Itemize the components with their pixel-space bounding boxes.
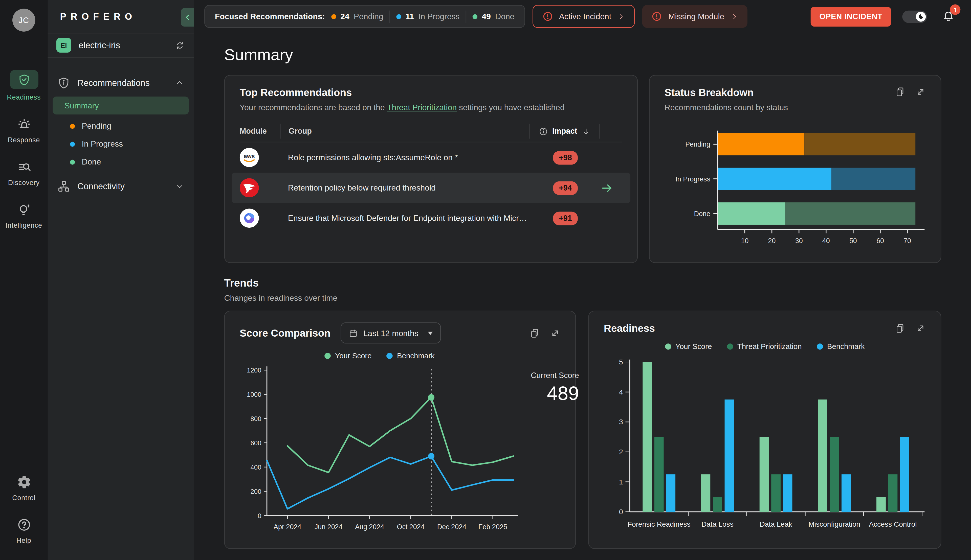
- svg-text:3: 3: [619, 418, 623, 426]
- moon-icon: [916, 12, 926, 21]
- microsoft-defender-icon: [240, 208, 281, 228]
- copy-icon[interactable]: [895, 323, 906, 333]
- focused-done[interactable]: 49 Done: [473, 12, 514, 21]
- crowdstrike-icon: [240, 178, 281, 197]
- divider: [389, 10, 390, 22]
- rail-item-label: Control: [12, 494, 35, 501]
- legend-benchmark: Benchmark: [817, 342, 864, 351]
- expand-icon[interactable]: [915, 323, 926, 333]
- copy-icon[interactable]: [895, 87, 906, 97]
- logo-row: PROFERO: [48, 0, 194, 33]
- sidebar-item-summary[interactable]: Summary: [53, 97, 189, 115]
- sidebar-item-in-progress[interactable]: In Progress: [48, 135, 194, 153]
- svg-text:Done: Done: [694, 210, 710, 218]
- expand-icon[interactable]: [915, 87, 926, 97]
- subtitle-text: settings you have established: [457, 103, 565, 112]
- current-score-value: 489: [520, 382, 579, 405]
- shield-info-icon: [58, 77, 70, 89]
- svg-text:10: 10: [741, 237, 749, 245]
- sidebar: PROFERO EI electric-iris: [48, 0, 194, 560]
- rail-item-discovery[interactable]: Discovery: [8, 160, 40, 186]
- rail-bottom: Control Help: [12, 475, 35, 544]
- focused-recommendations-pill: Focused Recommendations: 24 Pending 11 I…: [204, 5, 525, 28]
- status-breakdown-chart: PendingIn ProgressDone10203040506070: [665, 128, 926, 249]
- profero-logo: PROFERO: [60, 11, 137, 22]
- recommendation-row-highlighted[interactable]: Retention policy below required threshol…: [232, 173, 630, 203]
- app-window: JC Readiness: [0, 0, 971, 560]
- rail-item-response[interactable]: Response: [8, 117, 40, 143]
- sidebar-item-pending[interactable]: Pending: [48, 117, 194, 135]
- focused-pending[interactable]: 24 Pending: [331, 12, 383, 21]
- svg-text:Apr 2024: Apr 2024: [274, 523, 301, 531]
- table-header: Module Group Impact: [240, 122, 622, 140]
- impact-badge: +98: [553, 151, 578, 164]
- question-circle-icon: [17, 517, 31, 532]
- chevron-down-icon: [175, 182, 184, 190]
- sidebar-collapse-button[interactable]: [181, 8, 194, 27]
- time-range-dropdown[interactable]: Last 12 months: [340, 322, 441, 343]
- card-title: Status Breakdown: [665, 87, 788, 98]
- legend-label: Your Score: [675, 342, 712, 351]
- threat-prioritization-link[interactable]: Threat Prioritization: [387, 103, 457, 112]
- notifications-button[interactable]: 1: [942, 10, 955, 23]
- svg-text:0: 0: [619, 508, 623, 516]
- rail-item-readiness[interactable]: Readiness: [7, 70, 41, 101]
- topbar: Focused Recommendations: 24 Pending 11 I…: [194, 0, 971, 33]
- recommendation-row[interactable]: aws Role permissions allowing sts:Assume…: [232, 142, 630, 173]
- card-subtitle: Recommendations count by status: [665, 103, 788, 112]
- readiness-card: Readiness: [588, 311, 941, 549]
- divider: [466, 10, 466, 22]
- in-progress-status-label: In Progress: [418, 12, 460, 21]
- svg-text:30: 30: [795, 237, 803, 245]
- hierarchy-icon: [58, 180, 70, 193]
- trends-section-header: Trends Changes in readiness over time: [224, 277, 941, 302]
- pending-count: 24: [340, 12, 349, 21]
- open-incident-button[interactable]: OPEN INCIDENT: [811, 7, 891, 26]
- recommendation-row[interactable]: Ensure that Microsoft Defender for Endpo…: [232, 203, 630, 233]
- svg-text:Dec 2024: Dec 2024: [437, 523, 466, 531]
- rail-item-help[interactable]: Help: [17, 517, 31, 544]
- active-incident-button[interactable]: Active Incident: [532, 5, 635, 28]
- rail-item-label: Help: [17, 537, 31, 544]
- rail-item-intelligence[interactable]: Intelligence: [5, 202, 42, 229]
- siren-icon: [17, 117, 31, 132]
- done-count: 49: [482, 12, 491, 21]
- top-recommendations-card: Top Recommendations Your recommendations…: [224, 75, 638, 263]
- sidebar-item-recommendations[interactable]: Recommendations: [48, 71, 194, 95]
- warning-circle-icon: [652, 11, 662, 22]
- calendar-icon: [348, 328, 358, 338]
- pending-dot-icon: [70, 123, 75, 128]
- arrow-right-icon[interactable]: [600, 181, 622, 195]
- client-row[interactable]: EI electric-iris: [48, 33, 194, 58]
- missing-module-button[interactable]: Missing Module: [642, 5, 747, 28]
- chevron-right-icon: [617, 13, 625, 20]
- refresh-icon[interactable]: [175, 40, 186, 50]
- current-score-label: Current Score: [520, 371, 579, 380]
- done-dot-icon: [473, 14, 478, 19]
- score-legend: Your Score Benchmark: [240, 352, 520, 360]
- legend-dot-icon: [817, 343, 822, 350]
- rail-item-label: Readiness: [7, 93, 41, 101]
- info-circle-icon: [538, 127, 548, 136]
- in-progress-dot-icon: [396, 14, 401, 19]
- avatar[interactable]: JC: [12, 8, 35, 32]
- page-title: Summary: [224, 45, 941, 65]
- svg-text:4: 4: [619, 388, 623, 396]
- legend-label: Benchmark: [397, 352, 435, 360]
- theme-toggle[interactable]: [902, 10, 927, 22]
- legend-label: Your Score: [335, 352, 371, 360]
- sidebar-item-done[interactable]: Done: [48, 153, 194, 171]
- main-area: Focused Recommendations: 24 Pending 11 I…: [194, 0, 971, 560]
- readiness-chart: 012345Forensic ReadinessData LossData Le…: [604, 355, 926, 538]
- svg-text:400: 400: [251, 464, 261, 471]
- status-breakdown-card: Status Breakdown Recommendations count b…: [649, 75, 941, 263]
- svg-text:In Progress: In Progress: [675, 175, 710, 183]
- svg-text:40: 40: [822, 237, 830, 245]
- column-impact-sort[interactable]: Impact: [530, 127, 599, 136]
- focused-in-progress[interactable]: 11 In Progress: [396, 12, 460, 21]
- copy-icon[interactable]: [530, 328, 540, 338]
- expand-icon[interactable]: [550, 328, 561, 338]
- rail-item-control[interactable]: Control: [12, 475, 35, 501]
- focused-label: Focused Recommendations:: [215, 12, 325, 21]
- sidebar-item-connectivity[interactable]: Connectivity: [48, 175, 194, 198]
